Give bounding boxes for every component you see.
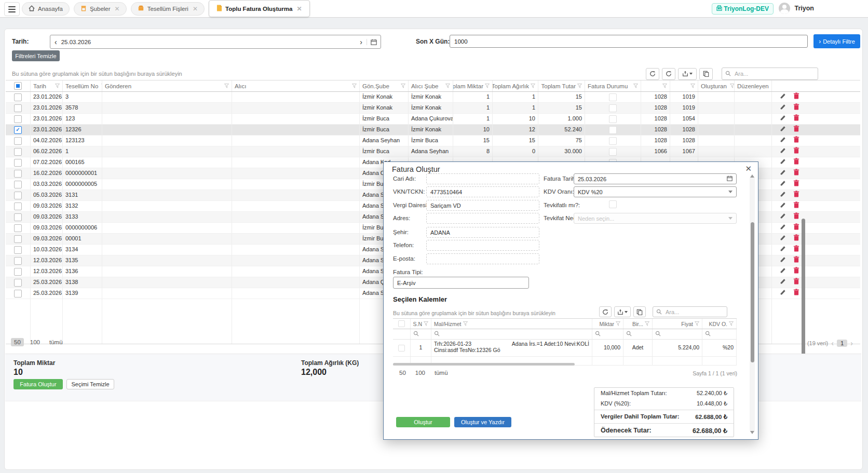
edit-icon[interactable] (780, 136, 786, 146)
items-column-header[interactable]: Mal/Hizmet (431, 319, 592, 329)
scroll-up-icon[interactable] (750, 174, 754, 178)
row-checkbox[interactable] (6, 277, 31, 288)
search-icon[interactable] (595, 331, 601, 337)
clear-filters-button[interactable]: Filtreleri Temizle (12, 50, 60, 61)
column-header[interactable]: Gön.Şube (360, 80, 409, 91)
chevron-right-icon[interactable]: › (356, 38, 367, 46)
tab-toplu-fatura-olu-turma[interactable]: Toplu Fatura Oluşturma✕ (209, 0, 310, 17)
filter-icon[interactable] (55, 83, 60, 89)
close-tab-icon[interactable]: ✕ (193, 5, 198, 12)
delete-icon[interactable] (793, 114, 799, 124)
vergi-dairesi-input[interactable]: Sariçam VD (426, 200, 539, 211)
last-x-days-input[interactable] (450, 35, 808, 48)
edit-icon[interactable] (780, 169, 786, 179)
sehir-input[interactable]: ADANA (426, 227, 539, 238)
filter-icon[interactable] (730, 83, 735, 89)
column-header[interactable]: Oluşturan (698, 80, 735, 91)
items-search[interactable] (653, 306, 727, 317)
chevron-left-icon[interactable]: ‹ (50, 38, 61, 46)
search-icon[interactable] (655, 331, 661, 337)
user-menu[interactable]: Triyon (779, 3, 814, 14)
select-all-checkbox[interactable] (6, 80, 31, 91)
row-checkbox[interactable] (6, 266, 31, 277)
delete-icon[interactable] (793, 267, 799, 277)
search-icon[interactable] (626, 331, 632, 337)
table-row[interactable]: 23.01.202612326İzmir Bucaİzmir Konak1012… (6, 125, 860, 136)
page-size-tümü[interactable]: tümü (46, 338, 66, 346)
edit-icon[interactable] (780, 245, 786, 255)
delete-icon[interactable] (793, 158, 799, 168)
search-icon[interactable] (705, 331, 711, 337)
edit-icon[interactable] (780, 191, 786, 200)
date-filter-input[interactable]: ‹ 25.03.2026 › (50, 35, 381, 49)
filter-icon[interactable] (662, 83, 667, 89)
close-tab-icon[interactable]: ✕ (115, 5, 120, 12)
filter-icon[interactable] (352, 83, 357, 89)
grid-vertical-scrollbar[interactable] (802, 219, 805, 365)
items-row[interactable]: 1Trh:2026-01-23Adana İrs.=1 Adet:10 Nevi… (393, 340, 737, 357)
row-checkbox[interactable] (6, 255, 31, 266)
delete-icon[interactable] (793, 191, 799, 200)
copy-icon[interactable] (699, 68, 713, 80)
filter-icon[interactable] (695, 321, 699, 327)
row-checkbox[interactable] (6, 125, 31, 135)
row-checkbox[interactable] (6, 103, 31, 113)
delete-icon[interactable] (793, 147, 799, 157)
search-icon[interactable] (434, 331, 440, 337)
column-header[interactable] (641, 80, 670, 91)
tevkifatli-checkbox[interactable] (609, 200, 617, 208)
items-select-all-checkbox[interactable] (393, 319, 411, 329)
edit-icon[interactable] (780, 158, 786, 168)
edit-icon[interactable] (780, 256, 786, 266)
filter-icon[interactable] (224, 83, 229, 89)
row-checkbox[interactable] (6, 234, 31, 244)
edit-icon[interactable] (780, 125, 786, 135)
page-size-50[interactable]: 50 (11, 338, 24, 346)
scroll-down-icon[interactable] (750, 431, 754, 434)
kdv-orani-select[interactable]: KDV %20 (574, 186, 737, 197)
delete-icon[interactable] (793, 223, 799, 233)
fatura-tarihi-input[interactable]: 25.03.2026 (574, 173, 737, 184)
edit-icon[interactable] (780, 267, 786, 277)
column-header[interactable]: Toplam Tutar (538, 80, 585, 91)
create-invoice-button[interactable]: Fatura Oluştur (13, 379, 63, 389)
search-icon[interactable] (413, 331, 419, 337)
delete-icon[interactable] (793, 212, 799, 222)
tab--ubeler[interactable]: Şubeler✕ (74, 2, 127, 16)
filter-icon[interactable] (577, 83, 582, 89)
row-checkbox[interactable] (6, 114, 31, 124)
detailed-filter-button[interactable]: › Detaylı Filtre (813, 34, 860, 48)
column-header[interactable]: Toplam Ağırlık (493, 80, 538, 91)
delete-icon[interactable] (793, 234, 799, 244)
row-checkbox[interactable] (6, 201, 31, 211)
column-header[interactable]: Gönderen (102, 80, 232, 91)
cari-adi-input[interactable] (426, 173, 539, 184)
refresh-icon[interactable] (599, 306, 612, 317)
refresh-icon[interactable] (662, 68, 675, 80)
row-checkbox[interactable] (6, 212, 31, 222)
edit-icon[interactable] (780, 223, 786, 233)
items-column-header[interactable]: Fiyat (653, 319, 702, 329)
items-column-header[interactable]: KDV O. (702, 319, 737, 329)
delete-icon[interactable] (793, 92, 799, 102)
row-checkbox[interactable] (6, 157, 31, 168)
grid-search-input[interactable] (734, 70, 815, 77)
delete-icon[interactable] (793, 201, 799, 211)
clear-selection-button[interactable]: Seçimi Temizle (66, 379, 114, 389)
edit-icon[interactable] (780, 289, 786, 299)
tevkifat-nedeni-select[interactable]: Neden seçin... (574, 213, 737, 224)
table-row[interactable]: 06.02.20261İzmir BucaAdana Seyhan8030.00… (6, 146, 860, 157)
column-header[interactable]: Alıcı (232, 80, 360, 91)
menu-icon[interactable] (4, 2, 20, 16)
delete-icon[interactable] (793, 136, 799, 146)
tab-tesell-m-fi-leri[interactable]: Tesellüm Fişleri✕ (131, 2, 205, 16)
row-checkbox[interactable] (6, 168, 31, 179)
row-checkbox[interactable] (6, 136, 31, 146)
adres-input[interactable] (426, 213, 539, 224)
copy-icon[interactable] (633, 306, 646, 317)
items-horizontal-scrollbar[interactable] (393, 363, 575, 366)
items-column-header[interactable]: Miktar (592, 319, 623, 329)
delete-icon[interactable] (793, 180, 799, 190)
edit-icon[interactable] (780, 201, 786, 211)
items-page-size-100[interactable]: 100 (412, 369, 428, 377)
